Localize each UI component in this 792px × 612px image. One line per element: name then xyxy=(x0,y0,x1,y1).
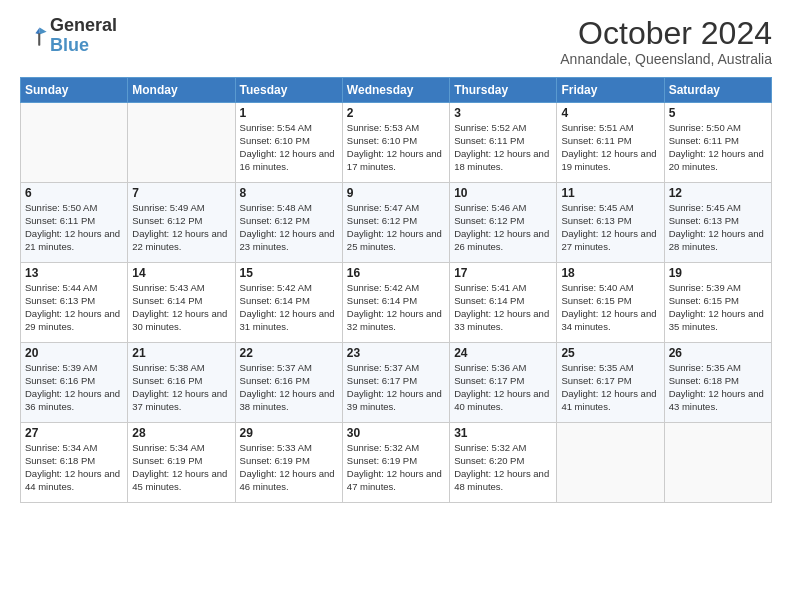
day-cell: 29Sunrise: 5:33 AM Sunset: 6:19 PM Dayli… xyxy=(235,423,342,503)
day-info: Sunrise: 5:37 AM Sunset: 6:17 PM Dayligh… xyxy=(347,362,445,413)
header: General Blue October 2024 Annandale, Que… xyxy=(20,16,772,67)
day-cell: 9Sunrise: 5:47 AM Sunset: 6:12 PM Daylig… xyxy=(342,183,449,263)
week-row-4: 20Sunrise: 5:39 AM Sunset: 6:16 PM Dayli… xyxy=(21,343,772,423)
day-info: Sunrise: 5:44 AM Sunset: 6:13 PM Dayligh… xyxy=(25,282,123,333)
day-cell: 24Sunrise: 5:36 AM Sunset: 6:17 PM Dayli… xyxy=(450,343,557,423)
logo-line2: Blue xyxy=(50,36,117,56)
day-cell: 8Sunrise: 5:48 AM Sunset: 6:12 PM Daylig… xyxy=(235,183,342,263)
day-number: 25 xyxy=(561,346,659,360)
day-info: Sunrise: 5:34 AM Sunset: 6:19 PM Dayligh… xyxy=(132,442,230,493)
day-number: 1 xyxy=(240,106,338,120)
logo: General Blue xyxy=(20,16,117,56)
day-number: 31 xyxy=(454,426,552,440)
day-number: 6 xyxy=(25,186,123,200)
svg-marker-0 xyxy=(40,27,47,34)
day-number: 28 xyxy=(132,426,230,440)
day-cell: 30Sunrise: 5:32 AM Sunset: 6:19 PM Dayli… xyxy=(342,423,449,503)
day-cell: 18Sunrise: 5:40 AM Sunset: 6:15 PM Dayli… xyxy=(557,263,664,343)
day-info: Sunrise: 5:41 AM Sunset: 6:14 PM Dayligh… xyxy=(454,282,552,333)
day-number: 7 xyxy=(132,186,230,200)
day-cell: 10Sunrise: 5:46 AM Sunset: 6:12 PM Dayli… xyxy=(450,183,557,263)
day-number: 12 xyxy=(669,186,767,200)
day-cell: 7Sunrise: 5:49 AM Sunset: 6:12 PM Daylig… xyxy=(128,183,235,263)
day-cell: 4Sunrise: 5:51 AM Sunset: 6:11 PM Daylig… xyxy=(557,103,664,183)
day-number: 16 xyxy=(347,266,445,280)
day-info: Sunrise: 5:39 AM Sunset: 6:15 PM Dayligh… xyxy=(669,282,767,333)
day-cell: 5Sunrise: 5:50 AM Sunset: 6:11 PM Daylig… xyxy=(664,103,771,183)
day-info: Sunrise: 5:53 AM Sunset: 6:10 PM Dayligh… xyxy=(347,122,445,173)
day-info: Sunrise: 5:36 AM Sunset: 6:17 PM Dayligh… xyxy=(454,362,552,413)
day-cell: 2Sunrise: 5:53 AM Sunset: 6:10 PM Daylig… xyxy=(342,103,449,183)
day-info: Sunrise: 5:49 AM Sunset: 6:12 PM Dayligh… xyxy=(132,202,230,253)
weekday-header-row: SundayMondayTuesdayWednesdayThursdayFrid… xyxy=(21,78,772,103)
day-number: 30 xyxy=(347,426,445,440)
day-cell: 6Sunrise: 5:50 AM Sunset: 6:11 PM Daylig… xyxy=(21,183,128,263)
day-cell xyxy=(557,423,664,503)
week-row-1: 1Sunrise: 5:54 AM Sunset: 6:10 PM Daylig… xyxy=(21,103,772,183)
page: General Blue October 2024 Annandale, Que… xyxy=(0,0,792,612)
day-info: Sunrise: 5:45 AM Sunset: 6:13 PM Dayligh… xyxy=(669,202,767,253)
title-block: October 2024 Annandale, Queensland, Aust… xyxy=(560,16,772,67)
day-info: Sunrise: 5:52 AM Sunset: 6:11 PM Dayligh… xyxy=(454,122,552,173)
day-cell: 28Sunrise: 5:34 AM Sunset: 6:19 PM Dayli… xyxy=(128,423,235,503)
day-number: 22 xyxy=(240,346,338,360)
day-cell: 1Sunrise: 5:54 AM Sunset: 6:10 PM Daylig… xyxy=(235,103,342,183)
weekday-header-sunday: Sunday xyxy=(21,78,128,103)
day-cell: 21Sunrise: 5:38 AM Sunset: 6:16 PM Dayli… xyxy=(128,343,235,423)
day-number: 2 xyxy=(347,106,445,120)
day-number: 15 xyxy=(240,266,338,280)
day-info: Sunrise: 5:37 AM Sunset: 6:16 PM Dayligh… xyxy=(240,362,338,413)
day-cell: 26Sunrise: 5:35 AM Sunset: 6:18 PM Dayli… xyxy=(664,343,771,423)
day-number: 17 xyxy=(454,266,552,280)
day-info: Sunrise: 5:35 AM Sunset: 6:17 PM Dayligh… xyxy=(561,362,659,413)
day-number: 26 xyxy=(669,346,767,360)
day-cell: 17Sunrise: 5:41 AM Sunset: 6:14 PM Dayli… xyxy=(450,263,557,343)
day-cell xyxy=(664,423,771,503)
day-info: Sunrise: 5:42 AM Sunset: 6:14 PM Dayligh… xyxy=(347,282,445,333)
day-number: 3 xyxy=(454,106,552,120)
day-info: Sunrise: 5:51 AM Sunset: 6:11 PM Dayligh… xyxy=(561,122,659,173)
weekday-header-wednesday: Wednesday xyxy=(342,78,449,103)
day-cell: 15Sunrise: 5:42 AM Sunset: 6:14 PM Dayli… xyxy=(235,263,342,343)
day-number: 4 xyxy=(561,106,659,120)
week-row-5: 27Sunrise: 5:34 AM Sunset: 6:18 PM Dayli… xyxy=(21,423,772,503)
day-info: Sunrise: 5:43 AM Sunset: 6:14 PM Dayligh… xyxy=(132,282,230,333)
day-cell: 20Sunrise: 5:39 AM Sunset: 6:16 PM Dayli… xyxy=(21,343,128,423)
day-number: 20 xyxy=(25,346,123,360)
weekday-header-friday: Friday xyxy=(557,78,664,103)
day-cell: 31Sunrise: 5:32 AM Sunset: 6:20 PM Dayli… xyxy=(450,423,557,503)
subtitle: Annandale, Queensland, Australia xyxy=(560,51,772,67)
weekday-header-saturday: Saturday xyxy=(664,78,771,103)
logo-icon xyxy=(20,22,48,50)
day-number: 19 xyxy=(669,266,767,280)
weekday-header-monday: Monday xyxy=(128,78,235,103)
day-cell: 12Sunrise: 5:45 AM Sunset: 6:13 PM Dayli… xyxy=(664,183,771,263)
day-cell: 11Sunrise: 5:45 AM Sunset: 6:13 PM Dayli… xyxy=(557,183,664,263)
day-number: 27 xyxy=(25,426,123,440)
calendar: SundayMondayTuesdayWednesdayThursdayFrid… xyxy=(20,77,772,503)
day-info: Sunrise: 5:40 AM Sunset: 6:15 PM Dayligh… xyxy=(561,282,659,333)
svg-rect-2 xyxy=(38,33,40,46)
day-number: 14 xyxy=(132,266,230,280)
day-cell: 16Sunrise: 5:42 AM Sunset: 6:14 PM Dayli… xyxy=(342,263,449,343)
day-number: 8 xyxy=(240,186,338,200)
day-cell xyxy=(128,103,235,183)
day-cell: 23Sunrise: 5:37 AM Sunset: 6:17 PM Dayli… xyxy=(342,343,449,423)
day-cell xyxy=(21,103,128,183)
day-number: 18 xyxy=(561,266,659,280)
day-cell: 27Sunrise: 5:34 AM Sunset: 6:18 PM Dayli… xyxy=(21,423,128,503)
day-info: Sunrise: 5:32 AM Sunset: 6:19 PM Dayligh… xyxy=(347,442,445,493)
day-cell: 22Sunrise: 5:37 AM Sunset: 6:16 PM Dayli… xyxy=(235,343,342,423)
week-row-2: 6Sunrise: 5:50 AM Sunset: 6:11 PM Daylig… xyxy=(21,183,772,263)
day-number: 29 xyxy=(240,426,338,440)
day-info: Sunrise: 5:46 AM Sunset: 6:12 PM Dayligh… xyxy=(454,202,552,253)
day-cell: 25Sunrise: 5:35 AM Sunset: 6:17 PM Dayli… xyxy=(557,343,664,423)
day-number: 5 xyxy=(669,106,767,120)
weekday-header-tuesday: Tuesday xyxy=(235,78,342,103)
month-title: October 2024 xyxy=(560,16,772,51)
day-number: 24 xyxy=(454,346,552,360)
day-info: Sunrise: 5:32 AM Sunset: 6:20 PM Dayligh… xyxy=(454,442,552,493)
day-number: 9 xyxy=(347,186,445,200)
day-info: Sunrise: 5:45 AM Sunset: 6:13 PM Dayligh… xyxy=(561,202,659,253)
day-number: 21 xyxy=(132,346,230,360)
